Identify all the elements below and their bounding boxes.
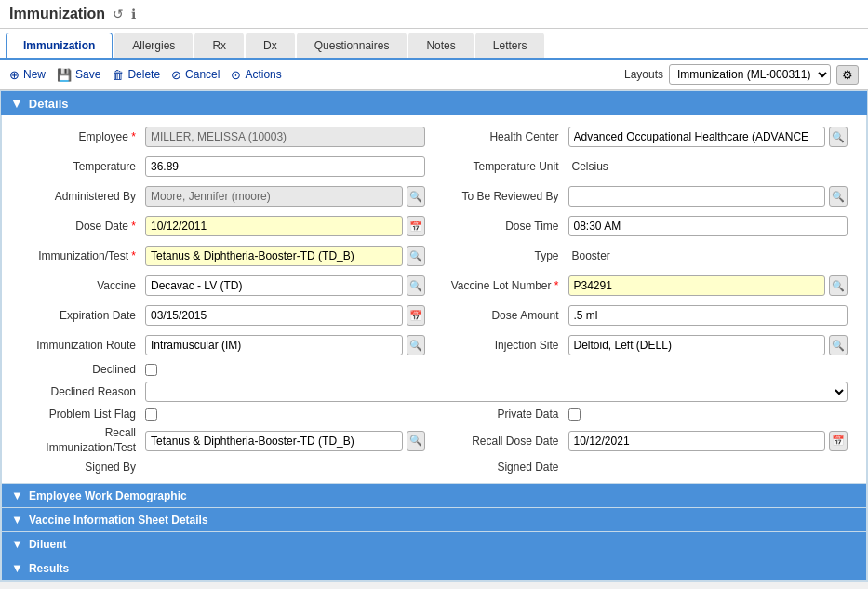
dose-date-calendar-icon[interactable]: 📅 <box>407 216 425 236</box>
employee-work-demographic-section: ▼ Employee Work Demographic <box>1 484 867 508</box>
recall-search-icon[interactable]: 🔍 <box>407 431 425 451</box>
layouts-select[interactable]: Immunization (ML-000311) <box>669 64 831 85</box>
recall-dose-date-calendar-icon[interactable]: 📅 <box>829 431 848 451</box>
vaccine-info-sheet-header[interactable]: ▼ Vaccine Information Sheet Details <box>2 508 866 531</box>
declined-row: Declined <box>20 363 425 376</box>
delete-icon: 🗑 <box>112 68 124 82</box>
app-header: Immunization ↺ ℹ <box>0 0 868 29</box>
dose-time-input[interactable] <box>568 216 848 236</box>
undo-icon[interactable]: ↺ <box>113 7 124 21</box>
layouts-area: Layouts Immunization (ML-000311) ⚙ <box>624 64 859 85</box>
actions-button[interactable]: ⊙ Actions <box>231 68 281 82</box>
details-section-content: Employee * Health Center 🔍 Temperature T… <box>1 115 867 484</box>
immunization-test-label: Immunization/Test * <box>20 249 141 262</box>
details-section-header[interactable]: ▼ Details <box>1 91 867 115</box>
dose-time-row: Dose Time <box>444 214 848 238</box>
recall-dose-date-label: Recall Dose Date <box>444 435 565 448</box>
health-center-search-icon[interactable]: 🔍 <box>829 127 848 147</box>
cancel-button[interactable]: ⊘ Cancel <box>171 68 220 82</box>
layouts-action-button[interactable]: ⚙ <box>836 65 859 85</box>
vaccine-lot-number-label: Vaccine Lot Number * <box>444 279 565 292</box>
app-title: Immunization <box>9 6 105 22</box>
immunization-route-search-icon[interactable]: 🔍 <box>407 335 425 355</box>
expiration-date-row: Expiration Date 📅 <box>20 303 425 328</box>
problem-list-flag-checkbox[interactable] <box>145 408 157 421</box>
dose-date-input[interactable] <box>145 216 403 236</box>
immunization-test-row: Immunization/Test * 🔍 <box>20 244 425 268</box>
private-data-checkbox[interactable] <box>568 408 581 421</box>
main-container: ▼ Details Employee * Health Center 🔍 Tem… <box>0 90 868 582</box>
recall-dose-date-input[interactable] <box>568 431 826 451</box>
dose-amount-input[interactable] <box>568 305 848 326</box>
tab-rx[interactable]: Rx <box>194 33 244 58</box>
dose-time-label: Dose Time <box>444 220 565 233</box>
delete-button[interactable]: 🗑 Delete <box>112 68 160 82</box>
diluent-chevron: ▼ <box>11 537 23 551</box>
expiration-date-calendar-icon[interactable]: 📅 <box>407 305 425 326</box>
vaccine-lot-number-search-icon[interactable]: 🔍 <box>829 275 848 296</box>
save-button[interactable]: 💾 Save <box>57 68 100 82</box>
diluent-header[interactable]: ▼ Diluent <box>2 532 866 556</box>
vaccine-info-sheet-label: Vaccine Information Sheet Details <box>29 514 208 527</box>
save-icon: 💾 <box>57 68 72 82</box>
expiration-date-label: Expiration Date <box>20 309 141 322</box>
tab-immunization[interactable]: Immunization <box>6 33 113 58</box>
signed-by-label: Signed By <box>20 461 141 474</box>
actions-icon: ⊙ <box>231 68 241 82</box>
health-center-input[interactable] <box>568 127 826 147</box>
employee-work-demographic-header[interactable]: ▼ Employee Work Demographic <box>2 484 866 507</box>
declined-reason-row: Declined Reason <box>20 382 848 402</box>
vaccine-info-sheet-section: ▼ Vaccine Information Sheet Details <box>1 508 867 532</box>
dose-date-row: Dose Date * 📅 <box>20 214 425 238</box>
tab-dx[interactable]: Dx <box>246 33 295 58</box>
private-data-label: Private Data <box>444 408 565 421</box>
administered-by-search-icon[interactable]: 🔍 <box>407 186 425 207</box>
temperature-row: Temperature <box>20 154 425 179</box>
new-button[interactable]: ⊕ New <box>9 68 46 82</box>
employee-label: Employee * <box>20 130 141 143</box>
dose-amount-label: Dose Amount <box>444 309 565 322</box>
immunization-test-search-icon[interactable]: 🔍 <box>407 246 425 266</box>
employee-input[interactable] <box>145 127 425 147</box>
type-value: Booster <box>568 249 610 262</box>
tab-allergies[interactable]: Allergies <box>114 33 193 58</box>
vaccine-lot-number-input[interactable] <box>568 275 826 296</box>
diluent-section: ▼ Diluent <box>1 532 867 556</box>
tab-notes[interactable]: Notes <box>408 33 473 58</box>
info-icon[interactable]: ℹ <box>131 7 136 21</box>
declined-checkbox[interactable] <box>145 364 157 376</box>
immunization-route-input[interactable] <box>145 335 403 355</box>
recall-input[interactable] <box>145 431 403 451</box>
type-row: Type Booster <box>444 244 848 268</box>
administered-by-label: Administered By <box>20 190 141 203</box>
details-chevron: ▼ <box>10 96 23 111</box>
temperature-input[interactable] <box>145 156 425 177</box>
employee-work-demographic-chevron: ▼ <box>11 489 23 502</box>
temperature-label: Temperature <box>20 160 141 173</box>
declined-reason-label: Declined Reason <box>20 385 141 398</box>
vaccine-input[interactable] <box>145 275 403 296</box>
vaccine-row: Vaccine 🔍 <box>20 274 425 298</box>
vaccine-search-icon[interactable]: 🔍 <box>407 275 425 296</box>
administered-by-input[interactable] <box>145 186 403 207</box>
declined-reason-select[interactable] <box>145 382 848 402</box>
to-be-reviewed-by-search-icon[interactable]: 🔍 <box>829 186 848 207</box>
immunization-test-input[interactable] <box>145 246 403 266</box>
to-be-reviewed-by-label: To Be Reviewed By <box>444 190 565 203</box>
health-center-row: Health Center 🔍 <box>444 125 848 149</box>
results-header[interactable]: ▼ Results <box>2 556 866 580</box>
tab-questionnaires[interactable]: Questionnaires <box>297 33 407 58</box>
tab-letters[interactable]: Letters <box>475 33 545 58</box>
injection-site-input[interactable] <box>568 335 826 355</box>
tabs-bar: Immunization Allergies Rx Dx Questionnai… <box>0 29 868 60</box>
results-label: Results <box>29 562 69 575</box>
expiration-date-input[interactable] <box>145 305 403 326</box>
to-be-reviewed-by-input[interactable] <box>568 186 826 207</box>
temperature-unit-row: Temperature Unit Celsius <box>444 154 848 179</box>
to-be-reviewed-by-row: To Be Reviewed By 🔍 <box>444 184 848 208</box>
administered-by-row: Administered By 🔍 <box>20 184 425 208</box>
recall-label: RecallImmunization/Test <box>20 426 141 455</box>
results-section: ▼ Results <box>1 556 867 581</box>
temperature-unit-value: Celsius <box>568 160 608 173</box>
injection-site-search-icon[interactable]: 🔍 <box>829 335 848 355</box>
